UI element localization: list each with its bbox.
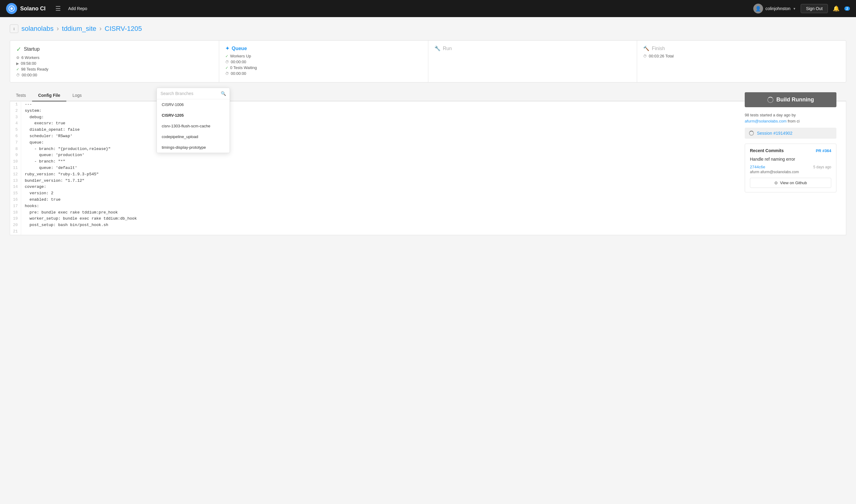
wrench-icon: 🔧 xyxy=(434,46,440,51)
line-number: 14 xyxy=(10,184,21,190)
step-startup-label: Startup xyxy=(24,47,40,52)
branch-search-input[interactable] xyxy=(160,91,220,96)
branch-item-timings[interactable]: timings-display-prototype xyxy=(157,142,230,153)
tab-config-file[interactable]: Config File xyxy=(32,90,66,102)
finish-icon: 🔨 xyxy=(643,46,649,51)
tab-tests[interactable]: Tests xyxy=(10,90,32,102)
bell-icon[interactable]: 🔔 xyxy=(833,5,839,12)
step-finish-label: Finish xyxy=(652,46,665,51)
breadcrumb-repo[interactable]: tddium_site xyxy=(62,25,97,33)
code-line: 2system: xyxy=(10,108,846,114)
tab-logs[interactable]: Logs xyxy=(66,90,88,102)
code-line: 14coverage: xyxy=(10,184,846,190)
pipeline-step-finish: 🔨 Finish ⏱ 00:03:26 Total xyxy=(637,41,846,82)
breadcrumb-build: CISRV-1205 xyxy=(105,25,142,33)
line-content: ruby_version: "ruby-1.9.3-p545" xyxy=(25,172,99,178)
spinner-icon xyxy=(767,97,773,103)
commits-section: Recent Commits PR #364 Handle ref naming… xyxy=(745,144,836,193)
code-line: 11 queue: 'default' xyxy=(10,165,846,172)
line-content: hooks: xyxy=(25,203,39,210)
view-github-button[interactable]: ⊙ View on Github xyxy=(750,178,831,188)
line-content: debug: xyxy=(25,114,44,121)
hamburger-icon[interactable]: ☰ xyxy=(53,4,63,14)
code-line: 4 execsrv: true xyxy=(10,120,846,127)
line-content: scheduler: 'RSwap' xyxy=(25,133,72,140)
code-line: 9 queue: 'production' xyxy=(10,152,846,159)
github-icon: ⊙ xyxy=(774,181,778,185)
clock-icon-1: ⏱ xyxy=(16,73,20,77)
username: colinjohnston xyxy=(766,6,790,11)
step-finish-stats: ⏱ 00:03:26 Total xyxy=(643,54,840,58)
build-running-button[interactable]: Build Running xyxy=(745,92,836,107)
pr-link[interactable]: PR #364 xyxy=(816,148,831,153)
build-user-link[interactable]: afurm@solanolabs.com xyxy=(745,119,787,123)
breadcrumb: i solanolabs › tddium_site › CISRV-1205 xyxy=(10,24,846,33)
build-info: 98 tests started a day ago by afurm@sola… xyxy=(745,112,836,124)
branch-item-codepipeline[interactable]: codepipeline_upload xyxy=(157,131,230,142)
user-menu[interactable]: 👤 colinjohnston ▼ xyxy=(753,4,796,14)
clock-icon-2: ⏱ xyxy=(225,60,229,64)
commit-date: 5 days ago xyxy=(813,165,831,169)
breadcrumb-sep-1: › xyxy=(56,25,59,33)
check-icon-workers: ✓ xyxy=(225,54,228,58)
user-dropdown-icon: ▼ xyxy=(793,7,796,11)
sign-out-button[interactable]: Sign Out xyxy=(801,4,827,13)
branch-item-cisrv1303[interactable]: cisrv-1303-flush-scm-cache xyxy=(157,121,230,131)
logo-icon xyxy=(6,3,17,14)
stat-total-time: ⏱ 00:03:26 Total xyxy=(643,54,840,58)
step-queue-header: ✦ Queue xyxy=(225,46,422,51)
add-repo-link[interactable]: Add Repo xyxy=(68,5,87,12)
branch-item-cisrv1006[interactable]: CISRV-1006 xyxy=(157,99,230,110)
code-line: 10 - branch: "*" xyxy=(10,159,846,165)
commit-hash[interactable]: 2744c6e xyxy=(750,165,765,169)
stat-time4: ⏱ 00:00:00 xyxy=(225,71,422,76)
line-number: 7 xyxy=(10,140,21,146)
line-content: --- xyxy=(25,102,32,108)
line-number: 16 xyxy=(10,197,21,203)
view-github-label: View on Github xyxy=(780,181,807,185)
line-content: queue: 'default' xyxy=(25,165,77,172)
line-content: pre: bundle exec rake tddium:pre_hook xyxy=(25,210,118,216)
line-number: 17 xyxy=(10,203,21,210)
code-line: 5 disable_openat: false xyxy=(10,127,846,133)
session-box[interactable]: Session #1914902 xyxy=(745,128,836,139)
line-number: 8 xyxy=(10,146,21,152)
notification-badge: 2 xyxy=(844,6,850,11)
line-number: 2 xyxy=(10,108,21,114)
stat-tests-waiting: ✓ 0 Tests Waiting xyxy=(225,65,422,70)
line-number: 4 xyxy=(10,120,21,127)
step-queue-stats: ✓ Workers Up ⏱ 00:00:00 ✓ 0 Tests Waitin… xyxy=(225,54,422,76)
svg-point-1 xyxy=(11,7,13,10)
logo[interactable]: Solano CI xyxy=(6,3,46,14)
line-content: - branch: "{production,release}" xyxy=(25,146,111,152)
commit-message: Handle ref naming error xyxy=(750,157,831,162)
commit-meta: 2744c6e 5 days ago xyxy=(750,165,831,169)
code-line: 20 post_setup: bash bin/post_hook.sh xyxy=(10,222,846,229)
stat-tests-waiting-text: 0 Tests Waiting xyxy=(230,65,257,70)
stat-time2-text: 00:00:00 xyxy=(22,73,37,77)
branch-list: CISRV-1006 CISRV-1205 cisrv-1303-flush-s… xyxy=(157,99,230,153)
line-number: 9 xyxy=(10,152,21,159)
commits-header: Recent Commits PR #364 xyxy=(750,148,831,153)
build-status-label: Build Running xyxy=(776,96,814,103)
line-content: system: xyxy=(25,108,41,114)
step-queue-label[interactable]: Queue xyxy=(232,46,247,51)
check-icon-startup: ✓ xyxy=(16,46,21,53)
line-content: queue: 'production' xyxy=(25,152,84,159)
line-content: - branch: "*" xyxy=(25,159,66,165)
stat-total-time-text: 00:03:26 Total xyxy=(649,54,674,58)
line-number: 15 xyxy=(10,190,21,197)
pipeline-step-queue: ✦ Queue ✓ Workers Up ⏱ 00:00:00 xyxy=(219,41,428,82)
breadcrumb-org[interactable]: solanolabs xyxy=(21,25,53,33)
info-icon[interactable]: i xyxy=(10,24,18,33)
line-content: version: 2 xyxy=(25,190,53,197)
gear-icon: ⚙ xyxy=(16,56,20,60)
code-line: 18 pre: bundle exec rake tddium:pre_hook xyxy=(10,210,846,216)
line-content: worker_setup: bundle exec rake tddium:db… xyxy=(25,216,137,222)
line-number: 13 xyxy=(10,178,21,184)
page-content: i solanolabs › tddium_site › CISRV-1205 … xyxy=(0,17,856,242)
code-line: 12ruby_version: "ruby-1.9.3-p545" xyxy=(10,172,846,178)
step-startup-header: ✓ Startup xyxy=(16,46,213,53)
branch-item-cisrv1205[interactable]: CISRV-1205 xyxy=(157,110,230,121)
session-link[interactable]: Session #1914902 xyxy=(757,131,792,136)
